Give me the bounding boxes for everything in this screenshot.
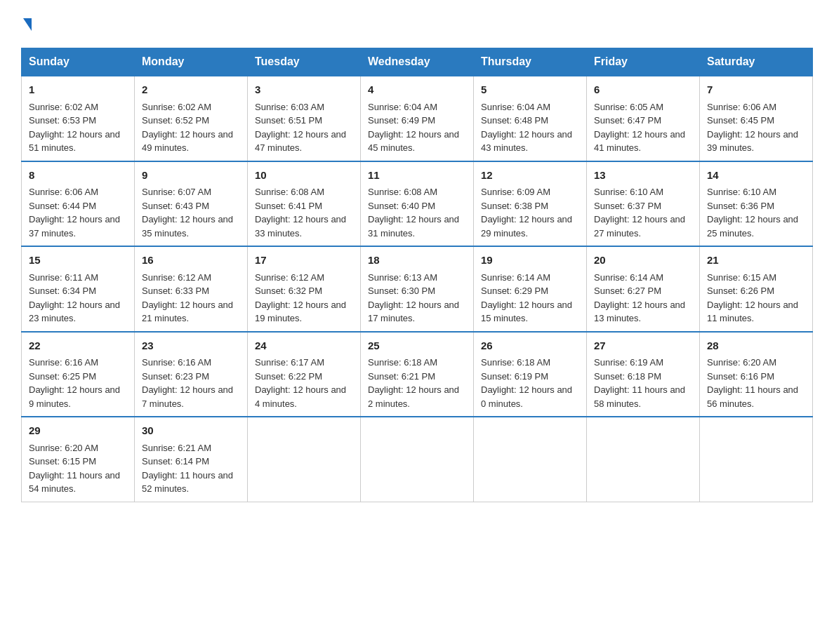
week-row-1: 1 Sunrise: 6:02 AM Sunset: 6:53 PM Dayli… <box>22 76 813 161</box>
day-sunset: Sunset: 6:34 PM <box>29 286 96 296</box>
calendar-cell: 8 Sunrise: 6:06 AM Sunset: 6:44 PM Dayli… <box>22 161 135 247</box>
day-sunset: Sunset: 6:29 PM <box>481 286 548 296</box>
day-number: 1 <box>29 82 127 98</box>
day-daylight: Daylight: 12 hours and 41 minutes. <box>594 129 685 154</box>
day-daylight: Daylight: 12 hours and 17 minutes. <box>368 300 459 324</box>
day-number: 24 <box>255 338 353 354</box>
calendar-cell: 21 Sunrise: 6:15 AM Sunset: 6:26 PM Dayl… <box>700 246 813 332</box>
week-row-4: 22 Sunrise: 6:16 AM Sunset: 6:25 PM Dayl… <box>22 332 813 417</box>
day-number: 5 <box>481 82 579 98</box>
day-daylight: Daylight: 12 hours and 13 minutes. <box>594 300 685 324</box>
logo-triangle-icon <box>23 18 32 31</box>
day-sunrise: Sunrise: 6:03 AM <box>255 102 324 112</box>
day-number: 16 <box>142 253 240 269</box>
day-number: 6 <box>594 82 692 98</box>
day-sunrise: Sunrise: 6:20 AM <box>29 443 98 453</box>
day-number: 18 <box>368 253 466 269</box>
day-number: 9 <box>142 168 240 184</box>
day-of-week-thursday: Thursday <box>474 48 587 76</box>
calendar-cell <box>474 417 587 502</box>
day-daylight: Daylight: 11 hours and 54 minutes. <box>29 470 120 495</box>
day-sunrise: Sunrise: 6:19 AM <box>594 357 663 368</box>
day-number: 15 <box>29 253 127 269</box>
day-number: 14 <box>707 168 805 184</box>
day-sunrise: Sunrise: 6:04 AM <box>368 102 437 112</box>
day-number: 23 <box>142 338 240 354</box>
day-sunset: Sunset: 6:43 PM <box>142 201 209 211</box>
day-sunset: Sunset: 6:21 PM <box>368 371 435 382</box>
day-sunset: Sunset: 6:22 PM <box>255 371 322 382</box>
day-sunrise: Sunrise: 6:16 AM <box>29 357 98 368</box>
calendar-cell: 6 Sunrise: 6:05 AM Sunset: 6:47 PM Dayli… <box>587 76 700 161</box>
week-row-2: 8 Sunrise: 6:06 AM Sunset: 6:44 PM Dayli… <box>22 161 813 247</box>
logo-text <box>21 14 32 34</box>
day-sunset: Sunset: 6:30 PM <box>368 286 435 296</box>
calendar-cell: 29 Sunrise: 6:20 AM Sunset: 6:15 PM Dayl… <box>22 417 135 502</box>
day-sunset: Sunset: 6:27 PM <box>594 286 661 296</box>
day-daylight: Daylight: 11 hours and 52 minutes. <box>142 470 233 495</box>
day-daylight: Daylight: 12 hours and 7 minutes. <box>142 384 233 409</box>
day-sunset: Sunset: 6:32 PM <box>255 286 322 296</box>
day-sunrise: Sunrise: 6:15 AM <box>707 272 776 283</box>
day-number: 17 <box>255 253 353 269</box>
day-number: 10 <box>255 168 353 184</box>
day-daylight: Daylight: 11 hours and 56 minutes. <box>707 384 798 409</box>
day-sunrise: Sunrise: 6:16 AM <box>142 357 211 368</box>
logo <box>21 14 32 34</box>
day-sunset: Sunset: 6:38 PM <box>481 201 548 211</box>
day-sunrise: Sunrise: 6:20 AM <box>707 357 776 368</box>
day-sunset: Sunset: 6:41 PM <box>255 201 322 211</box>
calendar-cell: 11 Sunrise: 6:08 AM Sunset: 6:40 PM Dayl… <box>361 161 474 247</box>
calendar-cell: 4 Sunrise: 6:04 AM Sunset: 6:49 PM Dayli… <box>361 76 474 161</box>
day-sunset: Sunset: 6:36 PM <box>707 201 774 211</box>
day-sunrise: Sunrise: 6:14 AM <box>481 272 550 283</box>
calendar-cell: 12 Sunrise: 6:09 AM Sunset: 6:38 PM Dayl… <box>474 161 587 247</box>
calendar-cell: 2 Sunrise: 6:02 AM Sunset: 6:52 PM Dayli… <box>135 76 248 161</box>
calendar-cell: 13 Sunrise: 6:10 AM Sunset: 6:37 PM Dayl… <box>587 161 700 247</box>
day-sunset: Sunset: 6:44 PM <box>29 201 96 211</box>
day-sunrise: Sunrise: 6:11 AM <box>29 272 98 283</box>
day-sunrise: Sunrise: 6:10 AM <box>707 187 776 197</box>
day-sunrise: Sunrise: 6:18 AM <box>481 357 550 368</box>
day-number: 27 <box>594 338 692 354</box>
calendar-header: SundayMondayTuesdayWednesdayThursdayFrid… <box>22 48 813 76</box>
day-number: 20 <box>594 253 692 269</box>
day-sunrise: Sunrise: 6:08 AM <box>255 187 324 197</box>
day-daylight: Daylight: 12 hours and 4 minutes. <box>255 384 346 409</box>
day-sunrise: Sunrise: 6:17 AM <box>255 357 324 368</box>
calendar-cell: 7 Sunrise: 6:06 AM Sunset: 6:45 PM Dayli… <box>700 76 813 161</box>
day-daylight: Daylight: 12 hours and 29 minutes. <box>481 214 572 239</box>
calendar-cell: 24 Sunrise: 6:17 AM Sunset: 6:22 PM Dayl… <box>248 332 361 417</box>
day-sunset: Sunset: 6:48 PM <box>481 115 548 126</box>
day-daylight: Daylight: 12 hours and 47 minutes. <box>255 129 346 154</box>
calendar-cell: 22 Sunrise: 6:16 AM Sunset: 6:25 PM Dayl… <box>22 332 135 417</box>
calendar-cell: 16 Sunrise: 6:12 AM Sunset: 6:33 PM Dayl… <box>135 246 248 332</box>
day-sunrise: Sunrise: 6:18 AM <box>368 357 437 368</box>
day-sunset: Sunset: 6:45 PM <box>707 115 774 126</box>
day-sunset: Sunset: 6:40 PM <box>368 201 435 211</box>
day-daylight: Daylight: 12 hours and 0 minutes. <box>481 384 572 409</box>
day-number: 26 <box>481 338 579 354</box>
page-header <box>21 14 813 34</box>
calendar-cell <box>587 417 700 502</box>
day-number: 2 <box>142 82 240 98</box>
calendar-cell: 20 Sunrise: 6:14 AM Sunset: 6:27 PM Dayl… <box>587 246 700 332</box>
calendar-cell <box>700 417 813 502</box>
calendar-body: 1 Sunrise: 6:02 AM Sunset: 6:53 PM Dayli… <box>22 76 813 502</box>
day-sunrise: Sunrise: 6:12 AM <box>255 272 324 283</box>
day-of-week-wednesday: Wednesday <box>361 48 474 76</box>
calendar-cell: 1 Sunrise: 6:02 AM Sunset: 6:53 PM Dayli… <box>22 76 135 161</box>
day-sunset: Sunset: 6:25 PM <box>29 371 96 382</box>
day-daylight: Daylight: 12 hours and 37 minutes. <box>29 214 120 239</box>
day-sunrise: Sunrise: 6:21 AM <box>142 443 211 453</box>
calendar-cell <box>248 417 361 502</box>
day-sunrise: Sunrise: 6:05 AM <box>594 102 663 112</box>
day-number: 21 <box>707 253 805 269</box>
day-daylight: Daylight: 12 hours and 21 minutes. <box>142 300 233 324</box>
day-of-week-sunday: Sunday <box>22 48 135 76</box>
calendar-cell: 15 Sunrise: 6:11 AM Sunset: 6:34 PM Dayl… <box>22 246 135 332</box>
day-sunset: Sunset: 6:15 PM <box>29 456 96 467</box>
day-number: 19 <box>481 253 579 269</box>
day-number: 8 <box>29 168 127 184</box>
day-sunset: Sunset: 6:49 PM <box>368 115 435 126</box>
